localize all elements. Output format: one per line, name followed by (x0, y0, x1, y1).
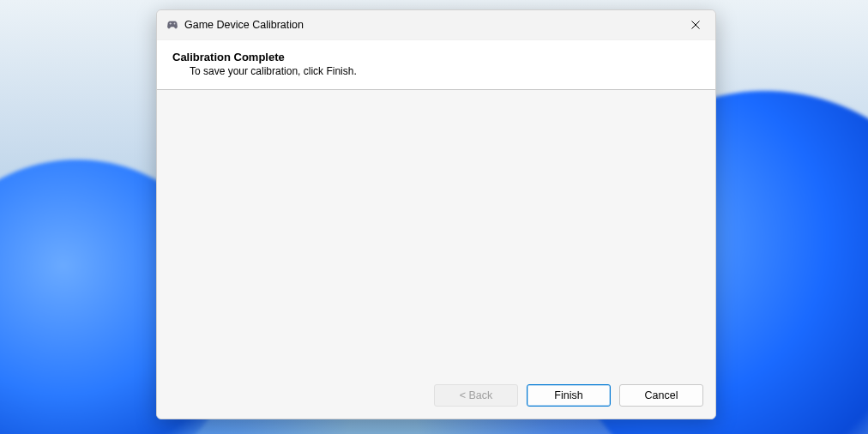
finish-button-label: Finish (554, 389, 582, 401)
close-button[interactable] (676, 10, 715, 39)
svg-point-0 (174, 23, 176, 25)
game-device-icon (166, 18, 179, 32)
button-row: < Back Finish Cancel (157, 374, 715, 419)
header-panel: Calibration Complete To save your calibr… (157, 39, 715, 90)
back-button: < Back (434, 384, 518, 407)
body-panel (157, 90, 715, 374)
header-subtitle: To save your calibration, click Finish. (190, 65, 700, 77)
close-icon (691, 21, 700, 29)
window-title: Game Device Calibration (184, 19, 676, 31)
back-button-label: < Back (460, 389, 493, 401)
cancel-button-label: Cancel (645, 389, 678, 401)
cancel-button[interactable]: Cancel (619, 384, 703, 407)
svg-rect-2 (170, 22, 171, 25)
finish-button[interactable]: Finish (527, 384, 611, 407)
header-title: Calibration Complete (172, 51, 700, 63)
titlebar[interactable]: Game Device Calibration (157, 10, 715, 39)
calibration-dialog: Game Device Calibration Calibration Comp… (156, 9, 716, 419)
